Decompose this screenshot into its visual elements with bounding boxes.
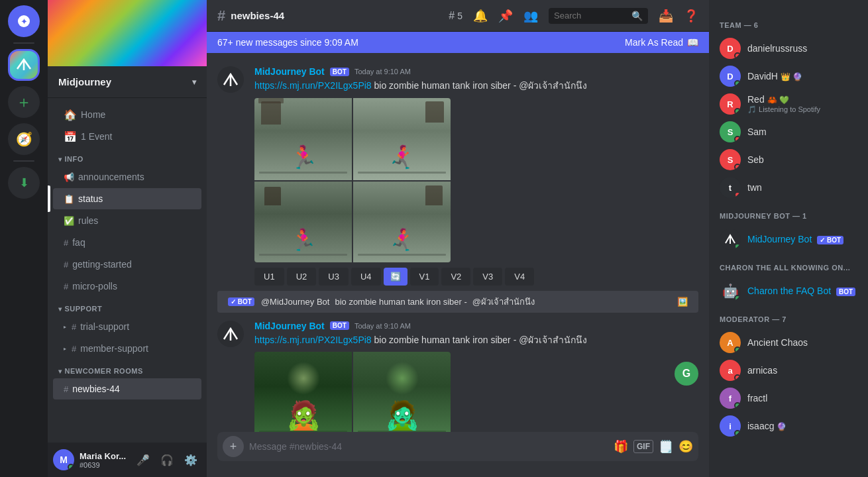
sam-status — [734, 136, 741, 142]
discord-home-button[interactable]: ✦ — [8, 5, 40, 37]
channel-item-getting-started[interactable]: # getting-started — [53, 254, 201, 275]
u2-button[interactable]: U2 — [287, 268, 317, 286]
member-name-isaacg: isaacg 🔮 — [747, 421, 857, 431]
member-sam[interactable]: S Sam — [714, 118, 863, 146]
member-info-ancient: Ancient Chaos — [747, 337, 857, 348]
scene-art-4: 🏃 — [353, 182, 451, 262]
new-messages-banner[interactable]: 67+ new messages since 9:09 AM Mark As R… — [207, 32, 709, 53]
channel-hash-icon: # — [217, 7, 225, 25]
explore-button[interactable]: 🧭 — [8, 123, 40, 155]
member-midjourney-bot[interactable]: MidJourney Bot ✓ BOT — [714, 225, 863, 253]
figure-4: 🏃 — [389, 227, 415, 252]
header-actions: # 5 🔔 📌 👥 🔍 📥 ❓ — [449, 8, 698, 24]
mj-bot-badge: ✓ BOT — [817, 236, 843, 244]
refresh-button[interactable]: 🔄 — [384, 268, 407, 286]
event-icon: 📅 — [64, 131, 77, 143]
search-icon: 🔍 — [631, 11, 643, 21]
figure-3: 🏃 — [290, 227, 317, 252]
members-category-charon: CHARON THE ALL KNOWING ON... — [714, 253, 863, 274]
pin-button[interactable]: 📌 — [498, 9, 513, 23]
member-twn[interactable]: t twn — [714, 174, 863, 201]
gif-button[interactable]: GIF — [633, 440, 653, 453]
member-arnicas[interactable]: a arnicas — [714, 356, 863, 384]
member-danielrussruss[interactable]: D danielrussruss — [714, 34, 863, 62]
channel-item-announcements[interactable]: 📢 announcements — [53, 166, 201, 187]
category-support[interactable]: ▾ SUPPORT — [48, 302, 207, 315]
help-button[interactable]: ❓ — [684, 9, 698, 23]
member-fractl[interactable]: f fractl — [714, 384, 863, 412]
channel-item-trial-support[interactable]: ▸ # trial-support — [53, 316, 201, 337]
v3-button[interactable]: V3 — [473, 268, 502, 286]
refresh-icon: 🔄 — [390, 272, 401, 282]
channel-title: # newbies-44 — [217, 7, 284, 25]
ground-1 — [259, 172, 347, 174]
u3-button[interactable]: U3 — [319, 268, 349, 286]
midjourney-server-icon[interactable] — [8, 49, 40, 81]
member-avatar-charon: 🤖 — [720, 280, 741, 301]
member-info-sam: Sam — [747, 127, 857, 137]
u1-button[interactable]: U1 — [254, 268, 284, 286]
notifications-button[interactable]: 🔔 — [473, 9, 488, 23]
server-name: Midjourney — [58, 76, 111, 87]
v1-button[interactable]: V1 — [410, 268, 439, 286]
category-chevron-info: ▾ — [58, 156, 62, 163]
members-button[interactable]: 👥 — [523, 9, 538, 23]
download-button[interactable]: ⬇ — [8, 167, 40, 199]
message-header-1: MidJourney Bot BOT Today at 9:10 AM — [254, 66, 698, 77]
channel-item-event[interactable]: 📅 1 Event — [53, 126, 201, 147]
message-group-2: MidJourney Bot BOT Today at 9:10 AM http… — [207, 318, 709, 432]
headphone-button[interactable]: 🎧 — [156, 449, 178, 470]
scroll-to-bottom-button[interactable]: G — [675, 362, 698, 386]
v2-button[interactable]: V2 — [441, 268, 470, 286]
mention-text: bio zombie human tank iron siber - — [335, 297, 466, 307]
image-cell-3: 🏃 — [254, 182, 352, 262]
arnicas-status — [734, 374, 741, 381]
inbox-button[interactable]: 📥 — [659, 9, 673, 23]
user-area: M Maria Kor... #0639 🎤 🎧 ⚙️ — [48, 443, 207, 477]
chat-input-box: + 🎁 GIF 🗒️ 😊 — [217, 432, 698, 461]
mention-image-icon: 🖼️ — [677, 297, 688, 307]
emoji-button[interactable]: 😊 — [678, 439, 693, 454]
image-cell-1: 🏃 — [254, 98, 352, 180]
member-ancient-chaos[interactable]: A Ancient Chaos — [714, 329, 863, 356]
channel-item-status[interactable]: 📋 status — [53, 188, 201, 209]
scene-art-3: 🏃 — [254, 182, 352, 262]
server-header[interactable]: Midjourney ▾ — [48, 66, 207, 98]
member-red[interactable]: R Red 🦀 💚 🎵 Listening to Spotify — [714, 90, 863, 118]
v4-button[interactable]: V4 — [505, 268, 534, 286]
daniel-status — [734, 52, 741, 59]
u4-button[interactable]: U4 — [351, 268, 381, 286]
member-charon-bot[interactable]: 🤖 Charon the FAQ Bot BOT — [714, 277, 863, 305]
sticker-button[interactable]: 🗒️ — [659, 439, 673, 454]
message-link-2[interactable]: https://s.mj.run/PX2ILgx5Pi8 — [254, 335, 372, 345]
category-newcomer-rooms[interactable]: ▾ NEWCOMER ROOMS — [48, 364, 207, 378]
mic-button[interactable]: 🎤 — [133, 449, 154, 470]
member-isaacg[interactable]: i isaacg 🔮 — [714, 412, 863, 440]
gift-button[interactable]: 🎁 — [614, 439, 628, 454]
member-count-badge: # 5 — [449, 10, 462, 22]
channel-item-newbies-44[interactable]: # newbies-44 — [53, 378, 201, 399]
category-info[interactable]: ▾ INFO — [48, 152, 207, 166]
channel-item-rules[interactable]: ✅ rules — [53, 210, 201, 231]
user-tag: #0639 — [80, 461, 127, 469]
mark-read-icon: 📖 — [687, 37, 698, 48]
mark-as-read-button[interactable]: Mark As Read 📖 — [625, 37, 698, 48]
settings-button[interactable]: ⚙️ — [180, 449, 201, 470]
search-box[interactable]: 🔍 — [549, 8, 648, 24]
channel-item-faq[interactable]: # faq — [53, 232, 201, 253]
channel-item-member-support[interactable]: ▸ # member-support — [53, 338, 201, 359]
member-avatar-red: R — [720, 93, 741, 115]
search-input[interactable] — [554, 11, 627, 21]
message-input[interactable] — [249, 441, 608, 452]
channel-item-home[interactable]: 🏠 Home — [53, 104, 201, 125]
message-content-1: MidJourney Bot BOT Today at 9:10 AM http… — [254, 66, 698, 286]
member-avatar-davidh: D — [720, 66, 741, 87]
add-server-button[interactable]: ＋ — [8, 86, 40, 118]
member-seb[interactable]: S Seb — [714, 146, 863, 174]
member-avatar-fractl: f — [720, 388, 741, 409]
channel-item-micro-polls[interactable]: # micro-polls — [53, 276, 201, 297]
message-link-1[interactable]: https://s.mj.run/PX2ILgx5Pi8 — [254, 80, 372, 91]
image-cell-4: 🏃 — [353, 182, 451, 262]
member-davidh[interactable]: D DavidH 👑 🔮 — [714, 62, 863, 90]
add-attachment-button[interactable]: + — [223, 436, 244, 457]
